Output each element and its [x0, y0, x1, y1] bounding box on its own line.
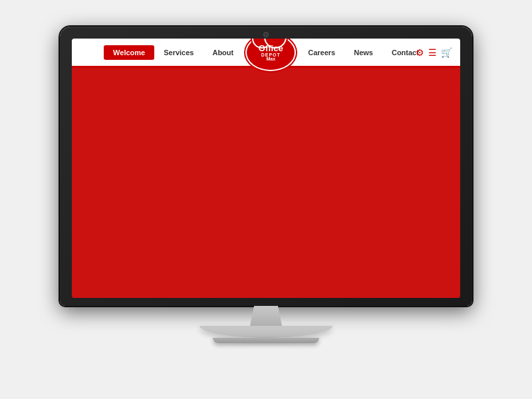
nav-left-group: Welcome Services About: [104, 45, 243, 60]
nav-item-about[interactable]: About: [203, 45, 243, 60]
monitor-base: [200, 326, 332, 338]
navigation-bar: Welcome Services About Office DEPOT Max …: [72, 39, 460, 68]
camera-dot: [263, 32, 269, 37]
nav-item-services[interactable]: Services: [154, 45, 203, 60]
cart-icon[interactable]: 🛒: [441, 47, 452, 58]
list-icon[interactable]: ☰: [428, 47, 437, 58]
main-content: [72, 68, 460, 298]
monitor-neck: [246, 306, 286, 326]
nav-item-careers[interactable]: Careers: [299, 45, 344, 60]
settings-icon[interactable]: ⚙: [416, 47, 424, 58]
monitor-bezel: Welcome Services About Office DEPOT Max …: [60, 27, 472, 306]
nav-right-group: Careers News Contact: [299, 45, 428, 60]
logo-max-text: Max: [266, 57, 275, 61]
logo-office-text: Office: [259, 44, 283, 53]
nav-icons-group: ⚙ ☰ 🛒: [416, 47, 452, 58]
monitor: Welcome Services About Office DEPOT Max …: [53, 27, 479, 372]
logo[interactable]: Office DEPOT Max: [247, 39, 295, 70]
nav-item-news[interactable]: News: [344, 45, 382, 60]
monitor-screen: Welcome Services About Office DEPOT Max …: [72, 39, 460, 298]
monitor-base-bottom: [213, 338, 319, 343]
nav-item-welcome[interactable]: Welcome: [104, 45, 154, 60]
nav-items-container: Welcome Services About Office DEPOT Max …: [77, 39, 455, 70]
